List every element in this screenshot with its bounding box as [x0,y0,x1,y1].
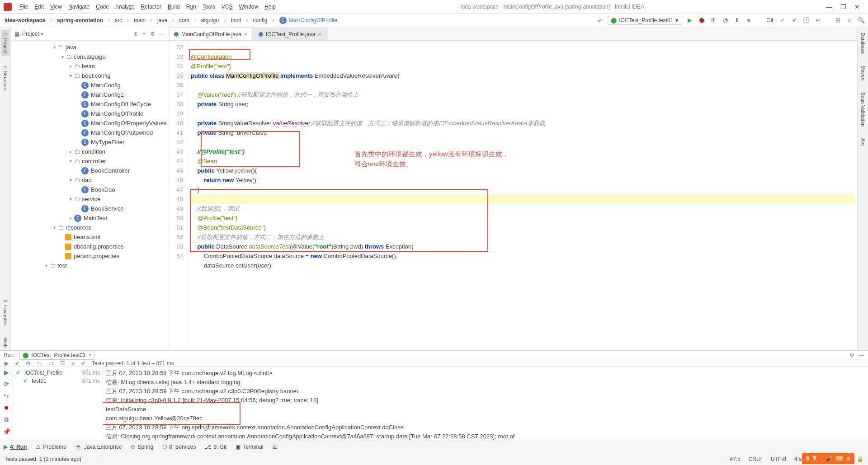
close-tab-icon[interactable]: × [244,31,248,38]
crumb[interactable]: idea-workspace [3,16,47,24]
menu-help[interactable]: Help [261,0,279,14]
inspect-icon[interactable]: ⌕ [845,16,854,24]
coverage-icon[interactable]: ⛨ [709,16,717,24]
sort-icon[interactable]: ↑↓ [37,360,42,366]
menu-run[interactable]: Run [183,0,199,14]
tree-folder[interactable]: ▾🗀dao [11,175,169,185]
profile-icon[interactable]: ◔ [721,16,729,24]
crumb[interactable]: main [132,16,147,24]
tree-class[interactable]: CBookService [11,204,169,213]
tree-folder[interactable]: ▾🗀java [11,42,169,52]
vcs-revert-icon[interactable]: ↩ [814,16,822,24]
menu-tools[interactable]: Tools [199,0,218,14]
crumb[interactable]: atguigu [199,16,221,24]
sidebar-item-web[interactable]: Web [1,335,9,350]
tree-class[interactable]: ▸CMainTest [11,213,169,223]
run-icon[interactable]: ▶ [686,16,694,24]
search-everywhere-icon[interactable]: 🔍 [857,16,865,24]
tree-class[interactable]: CMainConfig2 [11,90,169,99]
rerun-button[interactable]: ▶ [4,369,9,376]
vcs-commit-icon[interactable]: ✔ [790,16,798,24]
pin-icon[interactable]: 📌 [3,428,10,435]
console-output[interactable]: 三月 07, 2023 10:28:58 下午 com.mchange.v2.l… [103,367,868,461]
menu-analyze[interactable]: Analyze [112,0,138,14]
sidebar-item-structure[interactable]: 7: Structure [1,62,9,94]
tree-class[interactable]: CBookController [11,166,169,175]
tree-class[interactable]: CMyTypeFilter [11,137,169,147]
prev-icon[interactable]: » [71,360,75,366]
tree-folder[interactable]: ▾🗀service [11,194,169,204]
tree-file[interactable]: beans.xml [11,232,169,242]
tree-folder[interactable]: ▸🗀condition [11,147,169,156]
tree-class[interactable]: CMainConfigOfLifeCycle [11,99,169,109]
settings-icon[interactable]: ⚙ [150,31,155,37]
tab-mainconfigofprofile[interactable]: MainConfigOfProfile.java× [169,28,253,40]
tree-class[interactable]: CMainConfig [11,80,169,90]
expand-all-icon[interactable]: ☰ [60,360,65,366]
vcs-history-icon[interactable]: 🕑 [802,16,810,24]
vcs-update-icon[interactable]: ✓ [778,16,787,24]
code-editor[interactable]: 3233343536373839404142434445464748495051… [169,41,857,350]
sidebar-item-project[interactable]: 1: Project [1,30,9,56]
stop-icon[interactable]: ■ [745,16,753,24]
crumb[interactable]: CMainConfigOfProfile [278,16,339,25]
rerun-failed-icon[interactable]: ⟳ [4,380,9,388]
test-node[interactable]: IOCTest_Profile871 ms [16,369,100,377]
crumb[interactable]: src [113,16,124,24]
menu-file[interactable]: File [16,0,31,14]
tree-class[interactable]: CMainConfigOfProfile [11,109,169,118]
stop-button[interactable]: ■ [5,404,8,411]
toggle-icon[interactable]: ⇆ [4,392,9,399]
crumb[interactable]: com [177,16,191,24]
hide-icon[interactable]: — [859,352,864,358]
tree-folder[interactable]: ▾🗀com.atguigu [11,52,169,61]
sidebar-item-maven[interactable]: Maven [859,63,867,83]
debug-icon[interactable]: 🐞 [698,16,706,24]
menu-view[interactable]: View [47,0,65,14]
crumb[interactable]: boot [229,16,243,24]
tree-folder[interactable]: ▸🗀bean [11,61,169,71]
sort-2-icon[interactable]: ↓↑ [48,360,54,366]
sidebar-item-favorites[interactable]: 2: Favorites [1,297,9,328]
tree-file[interactable]: person.properties [11,251,169,261]
run-tab[interactable]: ⬤IOCTest_Profile.test01× [19,351,94,360]
collapse-icon[interactable]: ÷ [142,31,146,37]
minimize-icon[interactable]: — [826,3,832,10]
run-settings-icon[interactable]: ⚙ [849,352,854,358]
tab-ioctest-profile[interactable]: IOCTest_Profile.java× [254,28,327,40]
target-icon[interactable]: ⊕ [133,31,138,37]
menu-window[interactable]: Window [236,0,261,14]
menu-refactor[interactable]: Refactor [138,0,165,14]
tree-folder[interactable]: ▾🗀boot.config [11,71,169,80]
menu-navigate[interactable]: Navigate [65,0,93,14]
overflow-icon[interactable]: ⊞ [834,16,842,24]
tab-problems[interactable]: ⚠Problems [36,444,66,450]
menu-vcs[interactable]: VCS [218,0,236,14]
tree-file[interactable]: dbconfig.properties [11,242,169,251]
crumb[interactable]: spring-annotation [55,16,105,24]
tab-run[interactable]: ▶4: Run [4,444,27,450]
hide-icon[interactable]: — [160,31,165,37]
sidebar-item-bean-validation[interactable]: Bean Validation [859,89,867,129]
project-tree[interactable]: ▾🗀java ▾🗀com.atguigu ▸🗀bean ▾🗀boot.confi… [11,41,169,350]
test-node[interactable]: test01871 ms [16,377,100,385]
back-icon[interactable]: ↙ [596,16,604,24]
tree-class[interactable]: CMainConfigOfPropertyValues [11,118,169,128]
tree-folder[interactable]: ▾🗀controller [11,156,169,166]
crumb[interactable]: config [251,16,269,24]
menu-edit[interactable]: Edit [31,0,47,14]
run-configuration-dropdown[interactable]: ⬤IOCTest_Profile.test01▾ [608,16,682,25]
project-panel-title[interactable]: Project [22,31,39,37]
tree-folder[interactable]: ▾🗀test [11,261,169,270]
tree-folder[interactable]: ▾🗀resources [11,223,169,232]
close-window-icon[interactable]: ✕ [854,3,860,10]
layout-icon[interactable]: ⧉ [4,416,9,423]
sidebar-item-database[interactable]: Database [859,30,867,56]
tree-class[interactable]: CMainConifgOfAutowired [11,128,169,137]
maximize-icon[interactable]: ❐ [840,3,846,10]
attach-icon[interactable]: ⏸ [733,16,741,24]
menu-code[interactable]: Code [93,0,112,14]
menu-build[interactable]: Build [165,0,183,14]
show-ignored-icon[interactable]: ⊘ [26,360,30,366]
crumb[interactable]: java [156,16,169,24]
